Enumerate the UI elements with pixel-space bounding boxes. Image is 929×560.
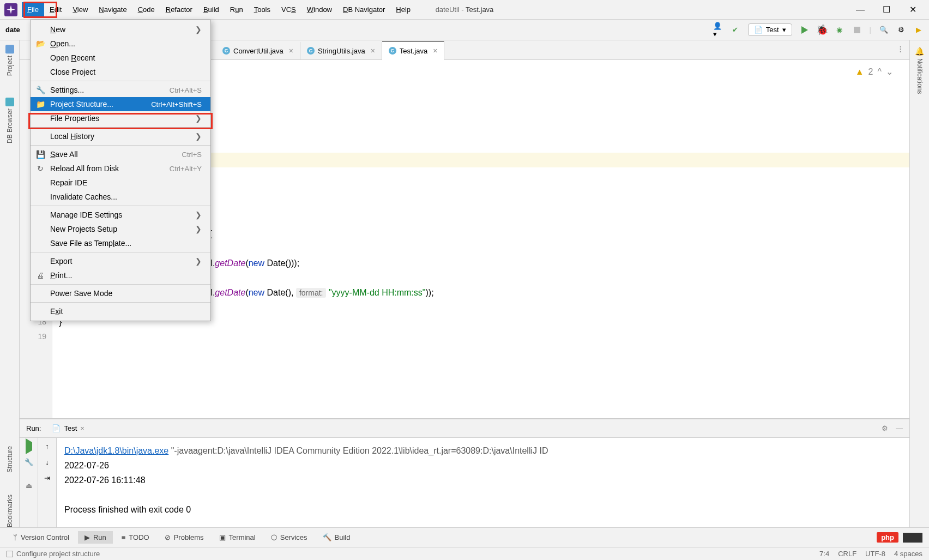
up-arrow-icon[interactable]: ↑ [45, 442, 49, 450]
next-highlight-icon[interactable]: ⌄ [886, 64, 893, 79]
file-encoding[interactable]: UTF-8 [865, 550, 885, 558]
editor-inspections[interactable]: ▲ 2 ^ ⌄ [855, 64, 893, 79]
menu-db-navigator[interactable]: DB Navigator [337, 2, 390, 17]
menu-item-label: Power Save Mode [50, 289, 112, 298]
menu-view[interactable]: View [67, 2, 93, 17]
hide-icon[interactable]: — [896, 424, 903, 432]
minimize-button[interactable]: — [855, 4, 866, 15]
file-menu-power-save-mode[interactable]: Power Save Mode [31, 286, 210, 300]
coverage-button[interactable]: ◉ [835, 25, 844, 35]
file-menu-exit[interactable]: Exit [31, 304, 210, 318]
services-icon: ⬡ [271, 533, 277, 541]
run-panel-header: Run: 📄 Test × ⚙ — [20, 419, 909, 438]
menu-navigate[interactable]: Navigate [93, 2, 132, 17]
file-menu-print[interactable]: 🖨Print... [31, 268, 210, 282]
file-menu-open[interactable]: 📂Open... [31, 37, 210, 51]
sidebar-project[interactable]: Project [5, 45, 14, 76]
file-menu-new[interactable]: New❯ [31, 22, 210, 37]
bottom-terminal[interactable]: ▣Terminal [213, 531, 262, 544]
file-menu-repair-ide[interactable]: Repair IDE [31, 176, 210, 190]
menu-edit[interactable]: Edit [44, 2, 67, 17]
file-menu-close-project[interactable]: Close Project [31, 65, 210, 79]
settings-icon[interactable]: ⚙ [896, 25, 906, 35]
menu-run[interactable]: Run [225, 2, 249, 17]
file-menu-manage-ide-settings[interactable]: Manage IDE Settings❯ [31, 208, 210, 222]
menu-help[interactable]: Help [390, 2, 416, 17]
submenu-arrow-icon: ❯ [195, 114, 202, 123]
window-title: dateUtil - Test.java [436, 5, 494, 14]
menu-vcs[interactable]: VCS [276, 2, 301, 17]
user-icon[interactable]: 👤▾ [713, 25, 723, 35]
folder-icon: 📂 [36, 39, 45, 48]
file-menu-save-file-as-template[interactable]: Save File as Template... [31, 236, 210, 250]
sidebar-bookmarks[interactable]: Bookmarks [6, 495, 14, 527]
submenu-arrow-icon: ❯ [195, 25, 202, 34]
stop-button[interactable] [852, 25, 862, 35]
file-menu-file-properties[interactable]: File Properties❯ [31, 111, 210, 125]
bottom-build[interactable]: 🔨Build [316, 531, 357, 544]
menu-item-label: Close Project [50, 68, 95, 76]
status-checkbox[interactable] [7, 551, 13, 557]
tabs-menu-icon[interactable]: ⋮ [897, 45, 904, 53]
gear-icon[interactable]: ⚙ [882, 424, 888, 432]
bottom-version-control[interactable]: ᛘVersion Control [7, 531, 76, 544]
menu-item-label: Exit [50, 307, 63, 316]
prev-highlight-icon[interactable]: ^ [877, 64, 882, 79]
run-tab-test[interactable]: 📄 Test × [46, 422, 89, 435]
close-button[interactable]: ✕ [907, 4, 918, 15]
wrench-icon[interactable]: 🔧 [25, 458, 33, 466]
file-menu-invalidate-caches[interactable]: Invalidate Caches... [31, 190, 210, 204]
wrap-icon[interactable]: ⇥ [44, 474, 50, 482]
menu-item-label: Open Recent [50, 53, 95, 62]
run-tab-icon: 📄 [52, 424, 61, 432]
bottom-services[interactable]: ⬡Services [264, 531, 314, 544]
tab-stringutils[interactable]: CStringUtils.java× [300, 42, 382, 59]
bottom-todo[interactable]: ≡TODO [115, 531, 156, 544]
close-icon[interactable]: × [433, 46, 437, 55]
file-menu-new-projects-setup[interactable]: New Projects Setup❯ [31, 222, 210, 236]
run-config-selector[interactable]: 📄 Test ▾ [748, 23, 792, 36]
debug-button[interactable]: 🐞 [817, 25, 827, 35]
submenu-arrow-icon: ❯ [195, 257, 202, 266]
tab-convertutil[interactable]: CConvertUtil.java× [216, 42, 300, 59]
file-menu-settings[interactable]: 🔧Settings...Ctrl+Alt+S [31, 83, 210, 97]
exit-icon[interactable]: ⏏ [26, 481, 32, 490]
indent-info[interactable]: 4 spaces [894, 550, 922, 558]
more-icon[interactable]: ▶ [914, 25, 924, 35]
file-menu-export[interactable]: Export❯ [31, 254, 210, 268]
menu-code[interactable]: Code [132, 2, 160, 17]
menu-tools[interactable]: Tools [249, 2, 276, 17]
left-sidebar: Project DB Browser Structure Bookmarks [0, 40, 20, 527]
menu-window[interactable]: Window [301, 2, 337, 17]
reload-icon: ↻ [36, 164, 45, 173]
sidebar-notifications[interactable]: 🔔Notifications [915, 47, 924, 94]
file-menu-save-all[interactable]: 💾Save AllCtrl+S [31, 147, 210, 161]
sidebar-structure[interactable]: Structure [6, 446, 14, 473]
run-output[interactable]: D:\Java\jdk1.8\bin\java.exe "-javaagent:… [57, 438, 909, 527]
run-button[interactable] [800, 25, 810, 35]
hammer-icon[interactable]: ✔ [731, 25, 740, 35]
menu-file[interactable]: File [22, 2, 44, 17]
window-controls: — ☐ ✕ [855, 4, 929, 15]
tab-test[interactable]: CTest.java× [382, 41, 445, 60]
file-menu-local-history[interactable]: Local History❯ [31, 129, 210, 143]
bottom-problems[interactable]: ⊘Problems [158, 531, 210, 544]
close-icon[interactable]: × [80, 424, 85, 432]
menu-item-label: Print... [50, 271, 72, 280]
file-menu-project-structure[interactable]: 📁Project Structure...Ctrl+Alt+Shift+S [31, 97, 210, 111]
file-menu-open-recent[interactable]: Open Recent [31, 51, 210, 65]
menu-refactor[interactable]: Refactor [160, 2, 198, 17]
sidebar-db-browser[interactable]: DB Browser [5, 98, 14, 143]
file-menu-reload-all-from-disk[interactable]: ↻Reload All from DiskCtrl+Alt+Y [31, 161, 210, 176]
cursor-position[interactable]: 7:4 [819, 550, 829, 558]
rerun-icon[interactable] [26, 442, 32, 450]
line-separator[interactable]: CRLF [838, 550, 856, 558]
close-icon[interactable]: × [289, 46, 293, 55]
maximize-button[interactable]: ☐ [881, 4, 892, 15]
bottom-run[interactable]: ▶Run [78, 531, 113, 544]
search-icon[interactable]: 🔍 [879, 25, 889, 35]
close-icon[interactable]: × [371, 46, 375, 55]
menu-build[interactable]: Build [198, 2, 225, 17]
down-arrow-icon[interactable]: ↓ [45, 458, 49, 466]
run-panel-title: Run: [26, 424, 41, 432]
